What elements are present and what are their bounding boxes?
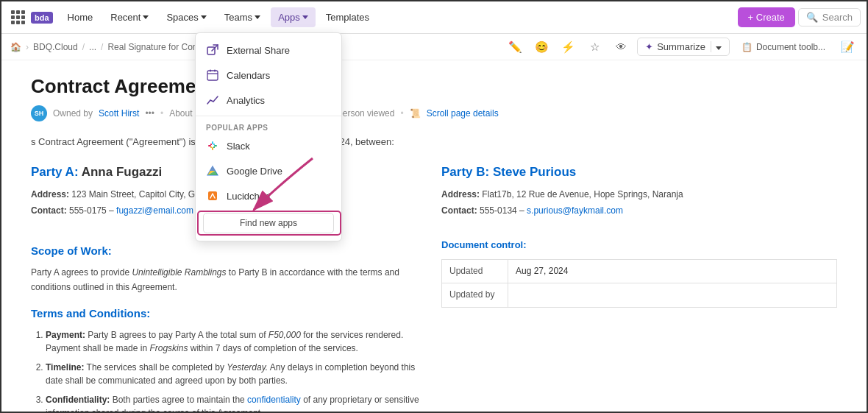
analytics-item[interactable]: Analytics — [196, 88, 341, 113]
svg-rect-5 — [212, 141, 213, 144]
breadcrumb-home-icon: 🏠 — [10, 42, 21, 52]
main-area: Contract Agreement | SH Owned by Scott H… — [1, 60, 867, 412]
external-share-icon — [206, 43, 219, 57]
lucidchart-item[interactable]: Lucidchart — [196, 183, 341, 208]
breadcrumb-real-sig[interactable]: Real Signature for Con... — [107, 42, 204, 52]
svg-marker-15 — [210, 166, 216, 171]
edit-icon[interactable]: ✏️ — [505, 37, 525, 57]
parties-section: Party A: Anna Fugazzi Address: 123 Main … — [31, 162, 837, 221]
top-navigation: bda Home Recent Spaces Teams Apps Templa… — [1, 1, 867, 34]
create-button[interactable]: + Create — [738, 7, 795, 27]
party-b: Party B: Steve Purious Address: Flat17b,… — [441, 162, 837, 221]
logo-badge[interactable]: bda — [31, 12, 53, 24]
page-content: Contract Agreement | SH Owned by Scott H… — [1, 60, 867, 412]
avatar: SH — [31, 105, 47, 121]
lucidchart-icon — [206, 189, 219, 202]
table-row: Updated Aug 27, 2024 — [442, 260, 837, 283]
svg-rect-11 — [210, 147, 212, 148]
document-toolbar-button[interactable]: 📋 Document toolb... — [736, 39, 831, 55]
nav-item-home[interactable]: Home — [60, 7, 101, 27]
emoji-icon[interactable]: 😊 — [531, 37, 552, 57]
nav-item-templates[interactable]: Templates — [319, 7, 377, 27]
analytics-icon — [206, 93, 219, 107]
term-payment: Payment: Party B agrees to pay Party A t… — [46, 328, 427, 355]
updated-by-label: Updated by — [442, 283, 508, 307]
calendars-item[interactable]: Calendars — [196, 63, 341, 88]
scope-text: Party A agrees to provide Unintelligible… — [31, 266, 427, 294]
document-control: Document control: Updated Aug 27, 2024 U… — [441, 238, 837, 412]
calendars-icon — [206, 68, 219, 82]
svg-rect-3 — [214, 70, 216, 72]
find-new-apps-button[interactable]: Find new apps — [203, 213, 334, 233]
term-timeline: Timeline: The services shall be complete… — [46, 361, 427, 387]
nav-item-apps[interactable]: Apps — [271, 7, 316, 27]
search-box[interactable]: 🔍 Search — [798, 8, 861, 27]
party-b-address: Address: Flat17b, 12 Rue de Avenue, Hope… — [441, 188, 837, 202]
updated-by-value — [508, 283, 837, 307]
nav-item-spaces[interactable]: Spaces — [159, 7, 213, 27]
external-share-item[interactable]: External Share — [196, 38, 341, 63]
google-drive-icon — [206, 164, 219, 177]
sticky-note-icon[interactable]: 📝 — [837, 37, 858, 57]
party-b-email[interactable]: s.purious@faykmail.com — [527, 205, 623, 216]
updated-value: Aug 27, 2024 — [508, 260, 837, 283]
svg-rect-7 — [212, 147, 213, 150]
slack-item[interactable]: Slack — [196, 133, 341, 158]
page-title: Contract Agreement | — [31, 75, 837, 98]
doc-control-table: Updated Aug 27, 2024 Updated by — [441, 259, 837, 307]
updated-label: Updated — [442, 260, 508, 283]
party-b-contact: Contact: 555-0134 – s.purious@faykmail.c… — [441, 204, 837, 218]
party-a-email[interactable]: fugazzi@email.com — [116, 205, 193, 216]
term-confidentiality: Confidentiality: Both parties agree to m… — [46, 393, 427, 412]
svg-rect-4 — [208, 145, 211, 147]
star-icon[interactable]: ☆ — [584, 37, 605, 57]
popular-apps-label: POPULAR APPS — [196, 119, 341, 133]
svg-rect-16 — [208, 191, 217, 200]
nav-item-recent[interactable]: Recent — [103, 7, 156, 27]
terms-list: Payment: Party B agrees to pay Party A t… — [31, 328, 427, 412]
google-drive-item[interactable]: Google Drive — [196, 158, 341, 183]
apps-dropdown: External Share Calendars Analytics — [195, 32, 342, 241]
scroll-details-link[interactable]: Scroll page details — [427, 108, 499, 119]
grid-menu-icon[interactable] — [7, 7, 28, 28]
intro-text: s Contract Agreement ("Agreement") is en… — [31, 135, 837, 150]
page-meta: SH Owned by Scott Hirst ••• • About an h… — [31, 105, 837, 121]
svg-rect-9 — [213, 144, 215, 145]
lightning-icon[interactable]: ⚡ — [558, 37, 578, 57]
owner-link[interactable]: Scott Hirst — [99, 108, 139, 119]
eye-icon[interactable]: 👁 — [611, 37, 631, 57]
svg-rect-8 — [210, 144, 212, 145]
terms-title: Terms and Conditions: — [31, 305, 427, 322]
party-b-name: Party B: Steve Purious — [441, 162, 837, 182]
table-row: Updated by — [442, 283, 837, 307]
svg-rect-6 — [214, 145, 217, 147]
slack-icon — [206, 139, 219, 152]
scroll-icon: 📜 — [410, 108, 421, 119]
scope-title: Scope of Work: — [31, 242, 427, 260]
doc-control-title: Document control: — [441, 238, 837, 253]
breadcrumb-ellipsis[interactable]: ... — [89, 42, 96, 52]
breadcrumb: 🏠 › BDQ.Cloud / ... / Real Signature for… — [1, 34, 867, 60]
svg-rect-1 — [207, 71, 218, 80]
svg-rect-2 — [210, 70, 211, 72]
search-icon: 🔍 — [806, 12, 818, 23]
breadcrumb-bdq[interactable]: BDQ.Cloud — [33, 42, 78, 52]
summarize-button[interactable]: ✦ Summarize — [637, 38, 730, 56]
nav-item-teams[interactable]: Teams — [217, 7, 268, 27]
svg-rect-10 — [213, 147, 215, 148]
